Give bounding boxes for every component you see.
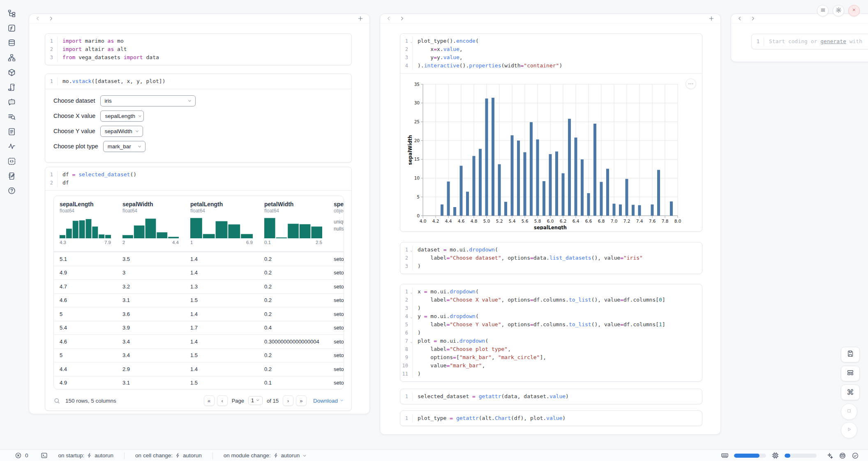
fold-icon[interactable]: ⌄: [410, 338, 412, 346]
chevron-left-icon[interactable]: [386, 16, 392, 21]
dropdown-choose-y-value[interactable]: sepalWidth: [100, 126, 143, 137]
code-line: 11): [400, 370, 702, 378]
code-editor[interactable]: 1import marimo as mo2import altair as al…: [45, 34, 351, 65]
code-line: 1selected_dataset = getattr(data, datase…: [400, 392, 702, 401]
layout-button[interactable]: [841, 366, 860, 381]
terminal-icon[interactable]: [41, 452, 48, 459]
chevron-left-icon[interactable]: [737, 16, 743, 21]
column-header-sepalWidth[interactable]: sepalWidthfloat6424.4: [117, 196, 185, 251]
code-editor[interactable]: 1plot_type = getattr(alt.Chart(df), plot…: [400, 411, 702, 426]
download-button[interactable]: Download: [313, 398, 344, 404]
panel-header: [731, 14, 868, 23]
chevron-down-icon: [256, 398, 260, 403]
control-label: Choose X value: [53, 113, 95, 119]
code-editor[interactable]: 1⌄dataset = mo.ui.dropdown(2 label="Choo…: [400, 242, 702, 274]
menu-button[interactable]: [817, 5, 829, 16]
dropdown-choose-plot-type[interactable]: mark_bar: [103, 141, 145, 152]
svg-text:7.2: 7.2: [623, 219, 630, 224]
dropdown-controls-output: Choose datasetirisChoose X valuesepalLen…: [45, 89, 351, 162]
add-cell-button[interactable]: [708, 15, 715, 22]
first-page-button[interactable]: «: [204, 395, 215, 406]
last-page-button[interactable]: »: [296, 395, 307, 406]
function-icon[interactable]: [0, 21, 23, 35]
page-label: Page: [232, 398, 244, 404]
add-cell-button[interactable]: [357, 15, 364, 22]
histogram-range: 24.4: [122, 240, 179, 245]
help-icon[interactable]: [0, 183, 23, 198]
error-indicator-icon[interactable]: [15, 452, 22, 459]
ai-sparkles-icon[interactable]: [826, 452, 833, 459]
table-cell: 1.5: [185, 352, 259, 358]
database-icon[interactable]: [0, 35, 23, 50]
prev-page-button[interactable]: ‹: [217, 395, 228, 406]
on-startup-setting[interactable]: on startup: autorun: [58, 452, 114, 459]
fold-icon[interactable]: ⌄: [410, 313, 412, 321]
editor-placeholder[interactable]: Start coding or generate with: [764, 37, 862, 46]
chevron-left-icon[interactable]: [35, 16, 41, 21]
line-number: 1: [45, 37, 58, 45]
line-number: 2: [45, 179, 58, 187]
table-cell: 1.3: [185, 284, 259, 290]
connected-check-icon[interactable]: [852, 452, 859, 459]
table-row: 4.93.11.50.1setos: [54, 376, 344, 390]
fold-icon[interactable]: ⌄: [410, 288, 412, 297]
column-header-petalWidth[interactable]: petalWidthfloat640.12.5: [259, 196, 328, 251]
pagination: « ‹ Page 1 of 15 › »: [204, 395, 307, 406]
code-editor[interactable]: 1mo.vstack([dataset, x, y, plot]): [45, 74, 351, 89]
chevron-right-icon[interactable]: [399, 16, 405, 21]
copilot-icon[interactable]: [839, 452, 846, 459]
chat-bot-icon[interactable]: [0, 95, 23, 109]
svg-text:30: 30: [414, 100, 420, 105]
control-label: Choose plot type: [53, 143, 98, 150]
document-icon[interactable]: [0, 124, 23, 139]
table-cell: setos: [328, 297, 344, 303]
cell-imports: 1import marimo as mo2import altair as al…: [45, 33, 352, 65]
fold-icon[interactable]: ⌄: [410, 38, 412, 46]
column-header-petalLength[interactable]: petalLengthfloat6416.9: [185, 196, 259, 251]
column-header-sepalLength[interactable]: sepalLengthfloat644.37.9: [54, 196, 117, 251]
stop-icon: [845, 407, 853, 416]
code-editor[interactable]: 1selected_dataset = getattr(data, datase…: [400, 389, 702, 404]
line-number: 10: [400, 362, 413, 370]
file-tree-icon[interactable]: [0, 6, 23, 21]
command-palette-button[interactable]: ⌘: [841, 385, 860, 400]
activity-icon[interactable]: [0, 139, 23, 154]
code-editor[interactable]: 1⌄x = mo.ui.dropdown(2 label="Choose X v…: [400, 284, 702, 381]
dropdown-choose-dataset[interactable]: iris: [100, 95, 196, 106]
on-module-change-setting[interactable]: on module change: autorun: [224, 452, 307, 459]
page-select[interactable]: 1: [248, 396, 263, 405]
table-cell: setos: [328, 380, 344, 386]
close-panel-button[interactable]: [848, 5, 860, 16]
table-cell: 4.7: [54, 284, 117, 290]
search-icon[interactable]: [53, 397, 60, 404]
search-list-icon[interactable]: [0, 109, 23, 124]
bar-chart[interactable]: 4.04.24.44.64.85.05.25.45.65.86.06.26.46…: [407, 74, 696, 231]
notebook-icon[interactable]: [0, 168, 23, 183]
chart-menu-button[interactable]: ⋯: [686, 78, 696, 89]
package-icon[interactable]: [0, 65, 23, 80]
fold-icon[interactable]: ⌄: [410, 247, 412, 255]
sitemap-icon[interactable]: [0, 50, 23, 65]
code-editor[interactable]: 1⌄plot_type().encode(2 x=x.value,3 y=y.v…: [400, 34, 702, 73]
code-line: 3): [400, 262, 702, 270]
cell-selected-dataset: 1selected_dataset = getattr(data, datase…: [400, 389, 702, 404]
cpu-icon: [771, 452, 779, 459]
generate-link[interactable]: generate: [820, 38, 846, 44]
column-header-speci[interactable]: speciobjecuniqunulls:: [328, 196, 344, 251]
dropdown-choose-x-value[interactable]: sepalLength: [100, 111, 144, 122]
stop-button[interactable]: [841, 403, 857, 420]
chevron-right-icon[interactable]: [750, 16, 756, 21]
code-editor[interactable]: 1df = selected_dataset()2df: [45, 167, 351, 190]
svg-text:6.2: 6.2: [560, 219, 567, 224]
settings-button[interactable]: [833, 5, 844, 16]
code-block-icon[interactable]: [0, 154, 23, 168]
chevron-right-icon[interactable]: [48, 16, 54, 21]
run-button[interactable]: [841, 422, 857, 438]
script-icon[interactable]: [0, 80, 23, 95]
save-button[interactable]: [841, 347, 860, 362]
table-row: 5.43.91.70.4setos: [54, 321, 344, 335]
code-line[interactable]: 1 Start coding or generate with: [752, 37, 868, 46]
table-cell: 2.9: [117, 366, 185, 372]
next-page-button[interactable]: ›: [283, 395, 293, 406]
on-cell-change-setting[interactable]: on cell change: autorun: [135, 452, 202, 459]
